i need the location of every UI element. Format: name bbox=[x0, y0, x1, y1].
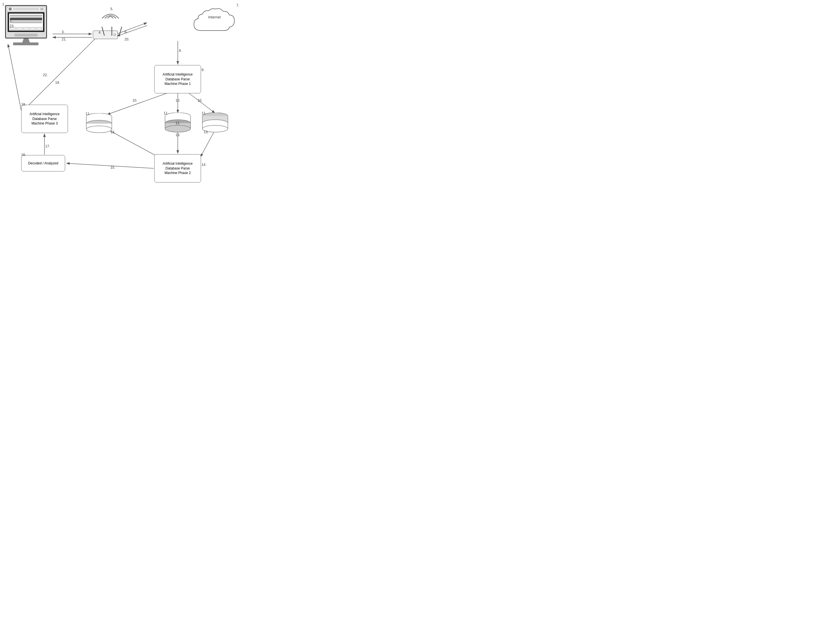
label-13a: 13. bbox=[111, 130, 115, 134]
svg-line-9 bbox=[189, 94, 215, 113]
label-11a: 11. bbox=[86, 112, 90, 116]
svg-line-17 bbox=[102, 27, 104, 36]
svg-line-19 bbox=[119, 27, 122, 36]
label-23: 23. bbox=[10, 24, 14, 28]
label-11b: 11. bbox=[164, 111, 169, 115]
phase1-box: Artificial Intelligence Database Parse M… bbox=[154, 65, 201, 94]
label-7: 7. bbox=[236, 3, 239, 8]
label-16: 16. bbox=[21, 153, 26, 157]
internet-label: Internet bbox=[190, 15, 239, 19]
label-10a: 10. bbox=[132, 98, 137, 103]
decoded-label: Decoded / Analyzed bbox=[28, 161, 58, 166]
label-20: 20. bbox=[124, 37, 129, 41]
label-22: 22. bbox=[43, 73, 48, 77]
svg-line-7 bbox=[107, 94, 166, 115]
phase2-box: Artificial Intelligence Database Parse M… bbox=[154, 154, 201, 182]
phase2-label: Artificial Intelligence Database Parse M… bbox=[163, 161, 192, 175]
internet-cloud: Internet bbox=[190, 5, 239, 39]
router-device bbox=[93, 31, 118, 39]
database-left bbox=[85, 113, 113, 135]
label-13c: 13. bbox=[204, 130, 209, 134]
label-2: 2. bbox=[10, 18, 12, 22]
label-6: 6. bbox=[124, 30, 127, 34]
label-11c: 11. bbox=[201, 111, 206, 115]
label-19: 19. bbox=[55, 81, 60, 84]
phase3-label: Artificial Intelligence Database Parse M… bbox=[29, 112, 60, 126]
phase1-label: Artificial Intelligence Database Parse M… bbox=[163, 72, 192, 86]
svg-point-37 bbox=[165, 125, 190, 132]
label-18: 18. bbox=[21, 103, 26, 106]
decoded-box: Decoded / Analyzed bbox=[21, 155, 65, 172]
label-10c: 10. bbox=[198, 98, 203, 103]
label-10b: 10. bbox=[175, 98, 180, 103]
diagram: 1. bbox=[0, 0, 255, 201]
label-12: 12. bbox=[175, 121, 180, 125]
label-14: 14. bbox=[201, 163, 206, 167]
label-13b: 13. bbox=[175, 133, 180, 137]
label-15: 15. bbox=[111, 166, 115, 170]
svg-point-28 bbox=[86, 126, 112, 133]
label-8: 8. bbox=[179, 49, 182, 53]
label-1: 1. bbox=[2, 2, 5, 6]
label-3: 3. bbox=[62, 30, 64, 34]
svg-line-13 bbox=[66, 163, 154, 169]
label-21: 21. bbox=[62, 37, 66, 41]
phase3-box: Artificial Intelligence Database Parse M… bbox=[21, 105, 68, 133]
label-17: 17. bbox=[45, 144, 50, 148]
svg-line-15 bbox=[8, 44, 21, 110]
label-5: 5. bbox=[111, 7, 113, 11]
wifi-symbol bbox=[100, 9, 118, 18]
label-9: 9. bbox=[201, 68, 204, 72]
label-4: 4. bbox=[98, 31, 101, 35]
